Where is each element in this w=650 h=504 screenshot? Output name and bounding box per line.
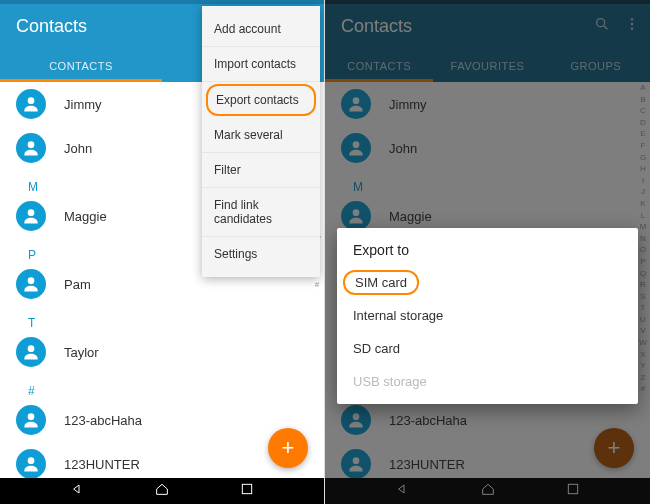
menu-find-link-candidates[interactable]: Find link candidates <box>202 188 320 237</box>
menu-add-account[interactable]: Add account <box>202 12 320 47</box>
android-nav-bar <box>0 478 324 504</box>
svg-point-4 <box>28 345 35 352</box>
svg-point-2 <box>28 209 35 216</box>
contact-name: Taylor <box>64 345 99 360</box>
svg-point-1 <box>28 141 35 148</box>
contact-name: 123-abcHaha <box>64 413 142 428</box>
overflow-menu: Add account Import contacts Export conta… <box>202 6 320 277</box>
contact-name: 123HUNTER <box>64 457 140 472</box>
section-header: # <box>4 374 324 398</box>
export-usb-storage: USB storage <box>337 365 638 398</box>
menu-filter[interactable]: Filter <box>202 153 320 188</box>
export-internal-storage[interactable]: Internal storage <box>337 299 638 332</box>
export-sim-card[interactable]: SIM card <box>337 266 638 299</box>
recent-icon[interactable] <box>239 481 255 501</box>
contact-name: Jimmy <box>64 97 102 112</box>
contact-name: Maggie <box>64 209 107 224</box>
svg-point-3 <box>28 277 35 284</box>
add-contact-fab[interactable]: + <box>268 428 308 468</box>
svg-point-5 <box>28 413 35 420</box>
menu-import-contacts[interactable]: Import contacts <box>202 47 320 82</box>
screen-contacts-menu: Contacts CONTACTS FAVOURITES Jimmy John … <box>0 0 325 504</box>
back-icon[interactable] <box>69 481 85 501</box>
tab-contacts[interactable]: CONTACTS <box>0 50 162 82</box>
contact-row[interactable]: Taylor <box>4 330 324 374</box>
contact-name: John <box>64 141 92 156</box>
avatar-icon <box>16 337 46 367</box>
dialog-title: Export to <box>337 238 638 266</box>
menu-settings[interactable]: Settings <box>202 237 320 271</box>
plus-icon: + <box>282 435 295 461</box>
export-to-dialog: Export to SIM card Internal storage SD c… <box>337 228 638 404</box>
home-icon[interactable] <box>154 481 170 501</box>
avatar-icon <box>16 405 46 435</box>
svg-point-6 <box>28 457 35 464</box>
menu-mark-several[interactable]: Mark several <box>202 118 320 153</box>
avatar-icon <box>16 269 46 299</box>
avatar-icon <box>16 201 46 231</box>
avatar-icon <box>16 89 46 119</box>
menu-export-contacts[interactable]: Export contacts <box>206 84 316 116</box>
svg-rect-8 <box>242 484 251 493</box>
export-sd-card[interactable]: SD card <box>337 332 638 365</box>
avatar-icon <box>16 449 46 478</box>
avatar-icon <box>16 133 46 163</box>
section-header: T <box>4 306 324 330</box>
screen-export-dialog: Contacts CONTACTS FAVOURITES GROUPS Jimm… <box>325 0 650 504</box>
contact-name: Pam <box>64 277 91 292</box>
svg-point-0 <box>28 97 35 104</box>
